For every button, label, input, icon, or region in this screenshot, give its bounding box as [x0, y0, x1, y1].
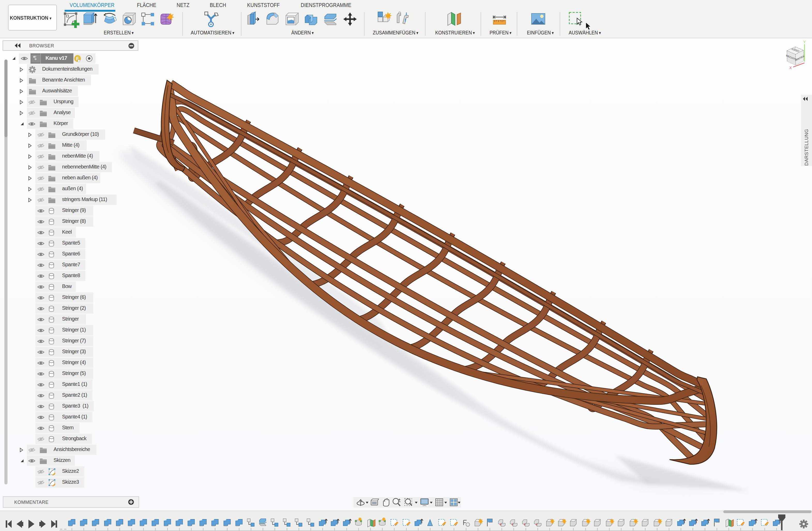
svg-text:Y: Y — [803, 40, 806, 44]
svg-text:X: X — [789, 66, 792, 70]
